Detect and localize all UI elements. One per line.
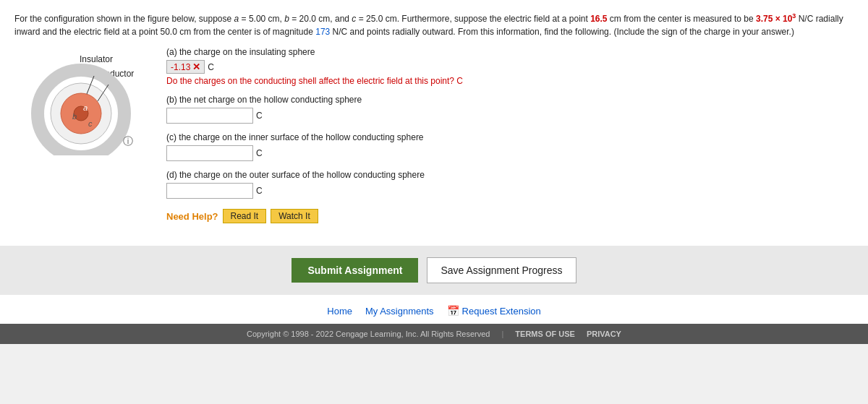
save-progress-button[interactable]: Save Assignment Progress: [427, 257, 576, 283]
part-a-unit: C: [208, 62, 214, 72]
part-d-label: (d) the charge on the outer surface of t…: [166, 170, 854, 180]
copyright-bar: Copyright © 1998 - 2022 Cengage Learning…: [0, 324, 868, 344]
need-help-label: Need Help?: [166, 211, 218, 222]
copyright-text: Copyright © 1998 - 2022 Cengage Learning…: [247, 330, 490, 338]
submit-assignment-button[interactable]: Submit Assignment: [292, 258, 418, 283]
part-a-label: (a) the charge on the insulating sphere: [166, 47, 854, 57]
read-it-button[interactable]: Read It: [223, 209, 267, 223]
part-d-input[interactable]: [166, 183, 253, 199]
part-b-label: (b) the net charge on the hollow conduct…: [166, 95, 854, 105]
request-extension-link[interactable]: 📅 Request Extension: [447, 305, 541, 317]
part-a-section: (a) the charge on the insulating sphere …: [166, 47, 854, 86]
svg-text:a: a: [83, 103, 88, 112]
action-bar: Submit Assignment Save Assignment Progre…: [0, 246, 868, 295]
svg-text:b: b: [72, 112, 77, 121]
part-a-answer-row: -1.13 ✕ C: [166, 60, 854, 74]
home-link[interactable]: Home: [327, 306, 352, 317]
part-d-answer-row: C: [166, 183, 854, 199]
parts-container: (a) the charge on the insulating sphere …: [159, 47, 854, 223]
calendar-plus-icon: 📅: [447, 305, 459, 317]
problem-content: For the configuration shown in the figur…: [0, 0, 868, 246]
part-a-wrong-value: -1.13 ✕: [166, 60, 205, 74]
need-help-section: Need Help? Read It Watch It: [166, 209, 854, 223]
my-assignments-link[interactable]: My Assignments: [365, 306, 434, 317]
privacy-link[interactable]: PRIVACY: [587, 330, 621, 338]
watch-it-button[interactable]: Watch It: [271, 209, 318, 223]
part-b-input[interactable]: [166, 108, 253, 124]
highlight-field: 3.75 × 103: [756, 14, 796, 24]
highlight-magnitude: 173: [315, 27, 330, 37]
part-c-input[interactable]: [166, 145, 253, 161]
part-b-unit: C: [256, 111, 263, 121]
part-c-section: (c) the charge on the inner surface of t…: [166, 132, 854, 161]
part-b-section: (b) the net charge on the hollow conduct…: [166, 95, 854, 124]
part-d-unit: C: [256, 186, 263, 196]
request-extension-label: Request Extension: [462, 306, 541, 317]
divider: |: [502, 330, 504, 338]
part-d-section: (d) the charge on the outer surface of t…: [166, 170, 854, 199]
part-c-label: (c) the charge on the inner surface of t…: [166, 132, 854, 142]
terms-of-use-link[interactable]: TERMS OF USE: [515, 330, 575, 338]
part-a-x-mark: ✕: [192, 61, 200, 72]
svg-text:c: c: [88, 119, 93, 128]
info-icon[interactable]: ⓘ: [123, 135, 133, 148]
part-c-answer-row: C: [166, 145, 854, 161]
footer-links: Home My Assignments 📅 Request Extension: [0, 295, 868, 324]
part-b-answer-row: C: [166, 108, 854, 124]
part-c-unit: C: [256, 148, 263, 158]
diagram-area: Insulator Conductor a b c: [14, 47, 854, 223]
diagram-container: Insulator Conductor a b c: [14, 47, 159, 155]
problem-statement: For the configuration shown in the figur…: [14, 12, 854, 38]
part-a-error: Do the charges on the conducting shell a…: [166, 76, 854, 86]
highlight-distance: 16.5: [590, 14, 607, 24]
